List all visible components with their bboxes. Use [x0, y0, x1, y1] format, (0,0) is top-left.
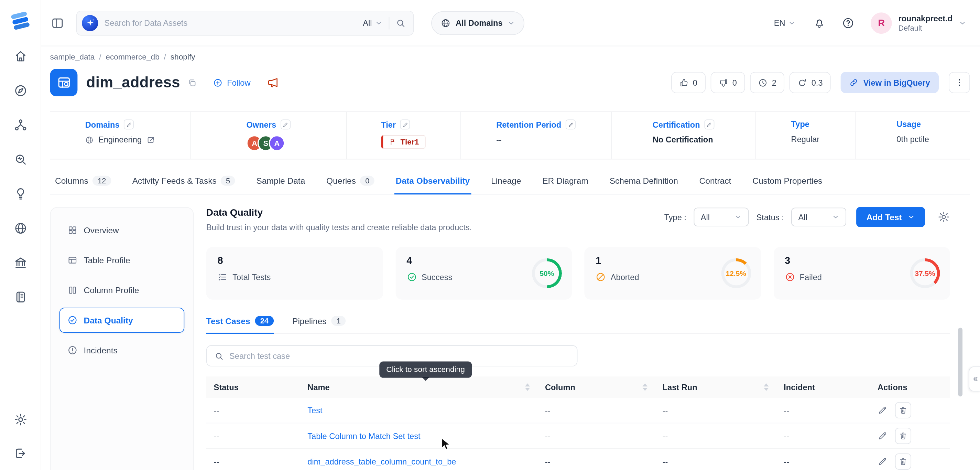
breadcrumb-item[interactable]: sample_data	[50, 53, 95, 61]
tab-schema-definition[interactable]: Schema Definition	[608, 170, 679, 194]
tab-er-diagram[interactable]: ER Diagram	[541, 170, 590, 194]
sidebar-toggle-icon[interactable]	[51, 16, 64, 29]
status-filter-select[interactable]: All	[792, 207, 846, 226]
tab-test-cases[interactable]: Test Cases 24	[206, 316, 274, 333]
edit-retention-icon[interactable]	[566, 119, 576, 129]
view-in-bigquery-button[interactable]: View in BigQuery	[841, 72, 939, 93]
vertical-scrollbar-thumb[interactable]	[958, 328, 963, 397]
notifications-bell-icon[interactable]	[813, 16, 826, 29]
downvote-count: 0	[732, 78, 737, 87]
tab-activity-feeds[interactable]: Activity Feeds & Tasks5	[131, 170, 236, 194]
delete-test-icon[interactable]	[895, 454, 911, 470]
edit-test-icon[interactable]	[878, 405, 888, 415]
edit-tier-icon[interactable]	[400, 119, 410, 129]
global-search-input[interactable]	[105, 18, 356, 27]
add-test-button[interactable]: Add Test	[857, 207, 925, 227]
explore-icon[interactable]	[13, 84, 27, 98]
edit-domains-icon[interactable]	[124, 119, 134, 129]
sidebar-item-overview[interactable]: Overview	[59, 218, 185, 243]
settings-gear-icon[interactable]	[13, 413, 27, 427]
metapilot-sparkle-icon[interactable]	[82, 15, 98, 31]
owner-avatar[interactable]: A	[269, 135, 285, 151]
app-logo-icon[interactable]	[9, 9, 32, 32]
tab-columns[interactable]: Columns12	[54, 170, 112, 194]
owners-label: Owners	[246, 120, 276, 129]
edit-test-icon[interactable]	[878, 431, 888, 441]
sort-icon[interactable]	[525, 383, 530, 391]
tab-sample-data[interactable]: Sample Data	[255, 170, 306, 194]
logout-icon[interactable]	[13, 447, 27, 460]
glossary-icon[interactable]	[13, 290, 27, 304]
more-actions-button[interactable]	[949, 72, 970, 93]
edit-owners-icon[interactable]	[281, 119, 291, 129]
grid-icon	[67, 225, 77, 235]
test-case-link[interactable]: dim_address_table_column_count_to_be	[307, 457, 456, 466]
tab-queries[interactable]: Queries0	[325, 170, 375, 194]
home-icon[interactable]	[13, 49, 27, 63]
delete-test-icon[interactable]	[895, 402, 911, 418]
breadcrumb-item[interactable]: shopify	[170, 53, 195, 61]
tab-contract[interactable]: Contract	[698, 170, 732, 194]
header-name[interactable]: Name	[300, 382, 538, 392]
tab-custom-properties[interactable]: Custom Properties	[751, 170, 824, 194]
owner-avatars[interactable]: A S A	[246, 135, 285, 151]
right-panel-toggle[interactable]	[969, 366, 980, 392]
announcement-megaphone-icon[interactable]	[267, 76, 279, 89]
entity-tabs: Columns12 Activity Feeds & Tasks5 Sample…	[50, 170, 970, 195]
domains-icon[interactable]	[13, 221, 27, 235]
sort-tooltip: Click to sort ascending	[379, 362, 472, 378]
sidebar-item-table-profile[interactable]: Table Profile	[59, 248, 185, 273]
edit-test-icon[interactable]	[878, 457, 888, 467]
tab-count: 0	[360, 176, 374, 186]
edit-certification-icon[interactable]	[704, 119, 714, 129]
user-menu[interactable]: R rounakpreet.d Default	[871, 12, 966, 33]
tab-pipelines[interactable]: Pipelines 1	[292, 316, 345, 333]
header-status: Status	[206, 382, 300, 392]
user-team: Default	[898, 23, 953, 32]
alert-circle-icon	[67, 345, 77, 355]
search-scope-select[interactable]: All	[363, 18, 382, 27]
sort-icon[interactable]	[764, 383, 769, 391]
success-check-icon	[406, 272, 417, 282]
search-icon[interactable]	[396, 18, 406, 28]
downvote-button[interactable]: 0	[710, 72, 745, 93]
test-case-link[interactable]: Table Column to Match Set test	[307, 431, 420, 440]
observability-icon[interactable]	[13, 153, 27, 166]
insights-icon[interactable]	[13, 187, 27, 201]
test-case-search-input[interactable]	[229, 351, 570, 360]
upvote-button[interactable]: 0	[671, 72, 705, 93]
sidebar-item-incidents[interactable]: Incidents	[59, 338, 185, 363]
external-link-icon[interactable]	[146, 135, 155, 144]
score-button[interactable]: 0.3	[789, 72, 831, 93]
version-history-button[interactable]: 2	[750, 72, 784, 93]
tier-badge[interactable]: Tier1	[381, 135, 426, 149]
sort-icon[interactable]	[642, 383, 648, 391]
table-settings-gear-icon[interactable]	[937, 211, 950, 223]
follow-button[interactable]: Follow	[213, 78, 250, 87]
table-entity-icon	[50, 69, 77, 96]
domains-value[interactable]: Engineering	[99, 135, 142, 145]
copy-icon[interactable]	[188, 78, 197, 87]
app-window: All All Domains EN R rounakpr	[0, 0, 980, 470]
content: sample_data / ecommerce_db / shopify dim…	[41, 46, 980, 470]
test-case-link[interactable]: Test	[307, 406, 322, 415]
sidebar-item-data-quality[interactable]: Data Quality	[59, 307, 185, 333]
aborted-slash-icon	[595, 272, 606, 282]
global-search[interactable]: All	[76, 10, 414, 35]
tab-data-observability[interactable]: Data Observability	[395, 170, 471, 194]
data-assets-icon[interactable]	[13, 118, 27, 132]
avatar[interactable]: R	[871, 12, 892, 33]
help-icon[interactable]	[842, 16, 854, 29]
type-filter-select[interactable]: All	[694, 207, 749, 226]
sidebar-item-column-profile[interactable]: Column Profile	[59, 278, 185, 303]
language-select[interactable]: EN	[774, 18, 796, 27]
header-last-run[interactable]: Last Run	[655, 382, 776, 392]
breadcrumb-item[interactable]: ecommerce_db	[105, 53, 159, 61]
all-domains-button[interactable]: All Domains	[431, 11, 524, 35]
table-icon	[67, 255, 77, 265]
govern-icon[interactable]	[13, 256, 27, 269]
tab-lineage[interactable]: Lineage	[490, 170, 522, 194]
upvote-count: 0	[693, 78, 697, 87]
header-column[interactable]: Column	[538, 382, 655, 392]
delete-test-icon[interactable]	[895, 428, 911, 444]
